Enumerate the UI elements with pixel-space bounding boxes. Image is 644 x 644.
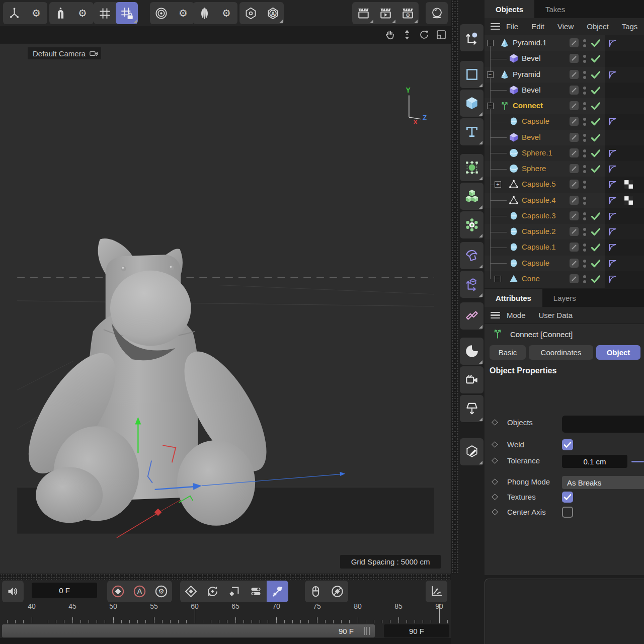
visibility-dots-icon[interactable]: [582, 179, 588, 190]
object-name[interactable]: Pyramid.1: [513, 38, 547, 47]
object-name[interactable]: Connect: [513, 101, 543, 110]
visibility-dots-icon[interactable]: [582, 100, 588, 111]
phong-tag-icon[interactable]: [607, 164, 618, 174]
light-button[interactable]: [460, 395, 484, 422]
sphere-object-icon[interactable]: [509, 148, 519, 158]
render-picture-viewer-icon[interactable]: [374, 2, 396, 24]
mouse-record-button[interactable]: [305, 581, 327, 602]
render-settings-icon[interactable]: ⚙: [396, 2, 419, 24]
symmetry-button[interactable]: [460, 302, 484, 330]
object-row-capsule[interactable]: Capsule: [485, 256, 644, 271]
object-name[interactable]: Cone: [522, 274, 540, 283]
enabled-check-icon[interactable]: [590, 211, 601, 221]
pyramid-object-icon[interactable]: [500, 69, 510, 79]
record-keyframe-button[interactable]: [107, 581, 129, 602]
object-row-capsule-3[interactable]: Capsule.3: [485, 208, 644, 224]
enabled-check-icon[interactable]: [590, 133, 601, 143]
timeline-divider[interactable]: [0, 574, 451, 580]
bend-deformer-button[interactable]: [460, 242, 484, 269]
object-row-bevel[interactable]: Bevel: [485, 51, 644, 66]
keyframe-diamond-icon[interactable]: [492, 457, 498, 464]
object-row-sphere[interactable]: Sphere: [485, 161, 644, 177]
visibility-dots-icon[interactable]: [582, 85, 588, 96]
menu-edit[interactable]: Edit: [531, 22, 544, 31]
snap-magnet-icon[interactable]: [49, 2, 71, 24]
tab-takes[interactable]: Takes: [534, 0, 576, 18]
phong-tag-icon[interactable]: [607, 69, 618, 80]
layer-toggle-icon[interactable]: [569, 148, 579, 158]
tab-attributes[interactable]: Attributes: [485, 289, 542, 307]
polygon-object-icon[interactable]: [509, 195, 519, 205]
record-parameters-button[interactable]: [245, 581, 267, 602]
object-row-sphere-1[interactable]: Sphere.1: [485, 145, 644, 161]
phong-tag-icon[interactable]: [607, 258, 618, 269]
layer-toggle-icon[interactable]: [569, 38, 579, 48]
object-name[interactable]: Capsule.5: [522, 180, 556, 188]
object-row-pyramid[interactable]: −Pyramid: [485, 67, 644, 83]
keyframe-diamond-icon[interactable]: [492, 419, 498, 426]
objects-listbox[interactable]: [562, 416, 644, 433]
object-row-capsule-1[interactable]: Capsule.1: [485, 239, 644, 255]
object-name[interactable]: Bevel: [522, 54, 541, 62]
expand-toggle-minus[interactable]: −: [487, 40, 494, 46]
move-axis-button[interactable]: [460, 24, 484, 51]
layer-toggle-icon[interactable]: [569, 116, 579, 126]
layer-toggle-icon[interactable]: [569, 101, 579, 111]
capsule-object-icon[interactable]: [509, 226, 519, 236]
layer-toggle-icon[interactable]: [569, 274, 579, 284]
object-row-cone[interactable]: −Cone: [485, 271, 644, 287]
document-end-frame-field[interactable]: 90 F: [384, 624, 449, 637]
keyframe-diamond-icon[interactable]: [492, 494, 498, 500]
keyframe-selection-button[interactable]: [327, 581, 348, 602]
enabled-check-icon[interactable]: [590, 164, 601, 174]
dolly-arrows-icon[interactable]: [400, 28, 414, 42]
visibility-dots-icon[interactable]: [582, 37, 588, 48]
visibility-dots-icon[interactable]: [582, 163, 588, 174]
camera-button[interactable]: [460, 366, 484, 393]
layer-toggle-icon[interactable]: [569, 179, 579, 189]
menu-tags[interactable]: Tags: [622, 22, 638, 31]
object-name[interactable]: Capsule: [522, 259, 549, 267]
tab-objects[interactable]: Objects: [485, 0, 534, 18]
bevel-object-icon[interactable]: [509, 53, 519, 63]
visibility-dots-icon[interactable]: [582, 242, 588, 253]
expand-toggle-minus[interactable]: −: [487, 71, 494, 78]
object-row-connect[interactable]: −Connect: [485, 98, 644, 114]
visibility-dots-icon[interactable]: [582, 195, 588, 206]
visibility-dots-icon[interactable]: [582, 273, 588, 284]
timeline-marker-90[interactable]: [439, 604, 440, 623]
object-row-capsule-5[interactable]: +Capsule.5: [485, 177, 644, 192]
visibility-dots-icon[interactable]: [582, 147, 588, 158]
environment-button[interactable]: [460, 338, 484, 365]
record-scale-button[interactable]: [223, 581, 245, 602]
capsule-object-icon[interactable]: [509, 116, 519, 126]
render-view-icon[interactable]: [352, 2, 374, 24]
settings-gear-icon[interactable]: ⚙: [71, 2, 94, 24]
phong-tag-icon[interactable]: [607, 38, 618, 48]
object-row-capsule-4[interactable]: Capsule.4: [485, 193, 644, 208]
object-name[interactable]: Sphere.1: [522, 148, 552, 157]
phong-tag-icon[interactable]: [607, 211, 618, 221]
enabled-check-icon[interactable]: [590, 38, 601, 48]
enabled-check-icon[interactable]: [590, 259, 601, 269]
rectangle-spline-button[interactable]: [460, 61, 484, 88]
section-tab-coordinates[interactable]: Coordinates: [529, 345, 593, 360]
object-name[interactable]: Bevel: [522, 86, 541, 94]
tolerance-slider[interactable]: [631, 461, 644, 462]
section-tab-basic[interactable]: Basic: [490, 345, 526, 360]
instance-axis-button[interactable]: [460, 271, 484, 298]
record-rotation-button[interactable]: [202, 581, 223, 602]
layer-toggle-icon[interactable]: [569, 69, 579, 79]
phong-tag-icon[interactable]: [607, 242, 618, 253]
expand-toggle-minus[interactable]: −: [495, 276, 501, 282]
frame-maximize-icon[interactable]: [434, 28, 448, 42]
record-position-button[interactable]: [180, 581, 202, 602]
settings-gear-icon[interactable]: ⚙: [25, 2, 47, 24]
menu-object[interactable]: Object: [587, 22, 608, 31]
enabled-check-icon[interactable]: [590, 243, 601, 253]
grid-snap-lock-icon[interactable]: [116, 2, 138, 24]
axis-modifier-icon[interactable]: [3, 2, 25, 24]
phong-tag-icon[interactable]: [607, 195, 618, 206]
object-row-bevel[interactable]: Bevel: [485, 130, 644, 145]
phong-mode-dropdown[interactable]: As Breaks: [562, 476, 644, 489]
